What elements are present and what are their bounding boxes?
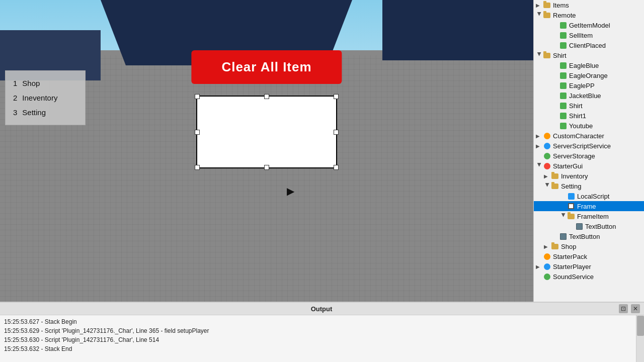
- tree-icon-textbutton2: [559, 232, 567, 240]
- tree-label-localscript: LocalScript: [577, 193, 609, 200]
- tree-item-frameitem[interactable]: ▶FrameItem: [534, 211, 644, 221]
- tree-item-shirt[interactable]: ▶Shirt: [534, 50, 644, 60]
- viewport: 1 Shop 2 Ineventory 3 Setting Clear All …: [0, 0, 533, 302]
- tree-item-jacketblue[interactable]: JacketBlue: [534, 90, 644, 101]
- tree-item-remote[interactable]: ▶Remote: [534, 10, 644, 20]
- tree-label-serverscriptservice: ServerScriptService: [553, 142, 611, 150]
- tree-view-panel: ▶Items▶RemoteGetItemModelSellItemClientP…: [533, 0, 644, 302]
- handle-bottom-left[interactable]: [195, 165, 200, 170]
- tree-icon-eaglepp: [559, 81, 567, 89]
- tree-label-eagleorange: EagleOrange: [569, 72, 608, 79]
- tree-item-getitemmodel[interactable]: GetItemModel: [534, 20, 644, 30]
- main-area: 1 Shop 2 Ineventory 3 Setting Clear All …: [0, 0, 644, 302]
- tree-item-items[interactable]: ▶Items: [534, 0, 644, 10]
- tree-icon-serverstorage: [543, 152, 551, 160]
- tree-item-inventory[interactable]: ▶Inventory: [534, 171, 644, 181]
- tree-item-shop[interactable]: ▶Shop: [534, 241, 644, 251]
- tree-label-items: Items: [553, 2, 569, 9]
- output-scrollbar[interactable]: [636, 315, 644, 362]
- tree-icon-getitemmodel: [559, 21, 567, 29]
- tree-item-sellitem[interactable]: SellItem: [534, 30, 644, 40]
- menu-number-1: 1: [13, 79, 17, 87]
- tree-item-customcharacter[interactable]: ▶CustomCharacter: [534, 131, 644, 141]
- tree-label-eagleblue: EagleBlue: [569, 62, 599, 69]
- output-body: 15:25:53.627 - Stack Begin15:25:53.629 -…: [0, 315, 636, 362]
- tree-label-frameitem: FrameItem: [577, 213, 609, 220]
- tree-item-starterplayer[interactable]: ▶StarterPlayer: [534, 261, 644, 272]
- tree-label-soundservice: SoundService: [553, 273, 594, 281]
- tree-item-serverscriptservice[interactable]: ▶ServerScriptService: [534, 141, 644, 151]
- tree-icon-remote: [543, 11, 551, 19]
- tree-item-serverstorage[interactable]: ServerStorage: [534, 151, 644, 161]
- handle-top-right[interactable]: [334, 94, 339, 99]
- tree-label-customcharacter: CustomCharacter: [553, 132, 604, 140]
- tree-icon-soundservice: [543, 273, 551, 281]
- tree-icon-starterpack: [543, 252, 551, 260]
- tree-item-shirt1[interactable]: Shirt1: [534, 111, 644, 121]
- tree-icon-startergui: [543, 162, 551, 170]
- output-line: 15:25:53.630 - Script 'Plugin_142731176.…: [4, 335, 632, 344]
- tree-item-starterpack[interactable]: StarterPack: [534, 251, 644, 261]
- tree-item-eagleblue[interactable]: EagleBlue: [534, 60, 644, 70]
- tree-icon-inventory: [551, 172, 559, 180]
- tree-icon-setting: [551, 182, 559, 190]
- output-title: Output: [24, 305, 619, 313]
- tree-label-youtube: Youtube: [569, 122, 593, 130]
- tree-label-remote: Remote: [553, 12, 576, 19]
- menu-item-inventory[interactable]: 2 Ineventory: [13, 90, 70, 105]
- tree-icon-localscript: [567, 192, 575, 200]
- tree-item-localscript[interactable]: LocalScript: [534, 191, 644, 201]
- menu-label-setting: Setting: [22, 108, 46, 117]
- output-scrollbar-thumb[interactable]: [637, 316, 644, 336]
- handle-middle-left[interactable]: [195, 130, 200, 135]
- menu-label-inventory: Ineventory: [22, 94, 57, 102]
- tree-item-soundservice[interactable]: SoundService: [534, 272, 644, 282]
- handle-bottom-right[interactable]: [334, 165, 339, 170]
- menu-number-2: 2: [13, 94, 17, 102]
- tree-item-startergui[interactable]: ▶StarterGui: [534, 161, 644, 171]
- tree-icon-items: [543, 1, 551, 9]
- handle-top-center[interactable]: [264, 94, 269, 99]
- tree-icon-jacketblue: [559, 92, 567, 100]
- cursor-arrow: ▶: [287, 185, 294, 197]
- handle-bottom-center[interactable]: [264, 165, 269, 170]
- selected-frame-box[interactable]: [196, 96, 337, 168]
- tree-item-textbutton2[interactable]: TextButton: [534, 231, 644, 241]
- tree-icon-frameitem: [567, 212, 575, 220]
- tree-item-setting[interactable]: ▶Setting: [534, 181, 644, 191]
- tree-label-shirt1: Shirt1: [569, 112, 586, 120]
- tree-label-frame: Frame: [577, 203, 596, 210]
- tree-item-clientplaced[interactable]: ClientPlaced: [534, 40, 644, 50]
- output-icons: ⊡ ✕: [619, 304, 640, 313]
- tree-label-serverstorage: ServerStorage: [553, 152, 595, 160]
- clear-all-item-button[interactable]: Clear All Item: [191, 50, 342, 84]
- menu-number-3: 3: [13, 108, 17, 117]
- tree-item-eagleorange[interactable]: EagleOrange: [534, 70, 644, 80]
- menu-item-setting[interactable]: 3 Setting: [13, 105, 70, 120]
- output-panel: Output ⊡ ✕ 15:25:53.627 - Stack Begin15:…: [0, 302, 644, 362]
- tree-item-youtube[interactable]: Youtube: [534, 121, 644, 131]
- tree-container: ▶Items▶RemoteGetItemModelSellItemClientP…: [534, 0, 644, 282]
- handle-top-left[interactable]: [195, 94, 200, 99]
- tree-icon-shirt2: [559, 102, 567, 110]
- tree-icon-shop: [551, 242, 559, 250]
- output-minimize-button[interactable]: ⊡: [619, 304, 628, 313]
- menu-item-shop[interactable]: 1 Shop: [13, 76, 70, 90]
- output-line: 15:25:53.632 - Stack End: [4, 344, 632, 353]
- tree-icon-textbutton1: [575, 222, 583, 230]
- tree-icon-frame: [567, 202, 575, 210]
- tree-label-shop: Shop: [561, 243, 576, 250]
- tree-label-starterpack: StarterPack: [553, 253, 587, 260]
- handle-middle-right[interactable]: [334, 130, 339, 135]
- tree-icon-clientplaced: [559, 41, 567, 49]
- tree-icon-serverscriptservice: [543, 142, 551, 150]
- output-close-button[interactable]: ✕: [631, 304, 640, 313]
- menu-label-shop: Shop: [22, 79, 40, 87]
- tree-item-eaglepp[interactable]: EaglePP: [534, 80, 644, 90]
- tree-item-frame[interactable]: Frame: [534, 201, 644, 211]
- tree-label-setting: Setting: [561, 183, 581, 190]
- tree-icon-eagleblue: [559, 61, 567, 69]
- tree-item-textbutton1[interactable]: TextButton: [534, 221, 644, 231]
- tree-item-shirt2[interactable]: Shirt: [534, 101, 644, 111]
- tree-label-jacketblue: JacketBlue: [569, 92, 601, 100]
